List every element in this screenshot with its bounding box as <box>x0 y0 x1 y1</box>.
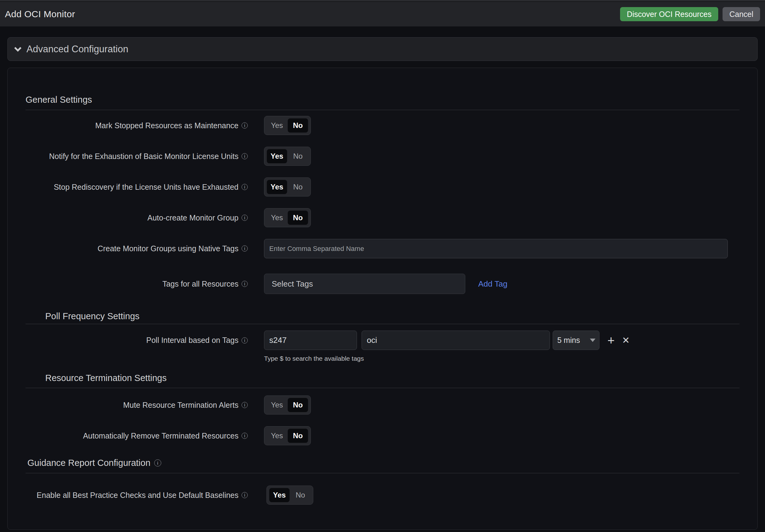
setting-label-text: Mute Resource Termination Alerts <box>123 401 239 409</box>
toggle-yes-option[interactable]: Yes <box>267 149 287 163</box>
setting-label-text: Poll Interval based on Tags <box>146 336 239 345</box>
poll-interval-select[interactable]: 5 mins <box>553 331 599 350</box>
toggle-auto-create-monitor-group[interactable]: Yes No <box>264 208 311 227</box>
setting-row-notify-exhaustion: Notify for the Exhaustion of Basic Monit… <box>26 141 739 171</box>
advanced-configuration-header[interactable]: Advanced Configuration <box>7 37 758 61</box>
toggle-no-option[interactable]: No <box>288 429 308 443</box>
setting-row-remove-terminated-resources: Automatically Remove Terminated Resource… <box>26 420 739 451</box>
setting-label: Mark Stopped Resources as Maintenance i <box>26 121 248 130</box>
setting-row-tags-for-all-resources: Tags for all Resources i Select Tags Add… <box>26 268 739 299</box>
poll-tag-key-input[interactable] <box>264 331 357 350</box>
toggle-mark-stopped-maintenance[interactable]: Yes No <box>264 116 311 135</box>
toggle-yes-option[interactable]: Yes <box>267 398 287 412</box>
section-title-text: General Settings <box>26 94 92 105</box>
select-tags-placeholder: Select Tags <box>272 279 313 289</box>
setting-label: Poll Interval based on Tags i <box>26 331 248 350</box>
setting-row-enable-best-practice-checks: Enable all Best Practice Checks and Use … <box>26 480 739 510</box>
toggle-mute-termination-alerts[interactable]: Yes No <box>264 396 311 414</box>
advanced-configuration-title: Advanced Configuration <box>26 44 128 55</box>
section-title-poll-frequency: Poll Frequency Settings <box>45 311 739 322</box>
advanced-configuration-panel: General Settings Mark Stopped Resources … <box>7 68 758 530</box>
add-tag-link[interactable]: Add Tag <box>478 279 507 289</box>
info-icon: i <box>242 153 248 159</box>
toggle-yes-option[interactable]: Yes <box>267 119 287 133</box>
toggle-no-option[interactable]: No <box>288 149 308 163</box>
chevron-down-icon <box>14 45 22 53</box>
info-icon: i <box>154 459 161 466</box>
info-icon: i <box>242 215 248 221</box>
info-icon: i <box>242 123 248 129</box>
header-actions: Discover OCI Resources Cancel <box>620 7 760 21</box>
toggle-enable-best-practice-checks[interactable]: Yes No <box>267 486 313 505</box>
setting-row-poll-interval: Poll Interval based on Tags i 5 mins + ✕… <box>26 324 739 362</box>
setting-label-text: Enable all Best Practice Checks and Use … <box>37 491 239 500</box>
info-icon: i <box>242 433 248 439</box>
info-icon: i <box>242 492 248 498</box>
select-tags-dropdown[interactable]: Select Tags <box>264 274 465 294</box>
poll-helper-text: Type $ to search the available tags <box>264 355 364 362</box>
setting-row-mark-stopped-maintenance: Mark Stopped Resources as Maintenance i … <box>26 110 739 141</box>
section-title-text: Resource Termination Settings <box>45 373 167 384</box>
setting-row-native-tags: Create Monitor Groups using Native Tags … <box>26 233 739 264</box>
caret-down-icon <box>590 339 595 342</box>
setting-label: Auto-create Monitor Group i <box>26 213 248 222</box>
setting-row-stop-rediscovery: Stop Rediscovery if the License Units ha… <box>26 171 739 202</box>
toggle-no-option[interactable]: No <box>290 488 311 502</box>
cancel-button[interactable]: Cancel <box>723 7 760 21</box>
setting-row-auto-create-monitor-group: Auto-create Monitor Group i Yes No <box>26 202 739 233</box>
page-title: Add OCI Monitor <box>5 9 75 19</box>
info-icon: i <box>242 337 248 344</box>
setting-label-text: Tags for all Resources <box>163 280 239 288</box>
setting-label: Create Monitor Groups using Native Tags … <box>26 244 248 253</box>
toggle-yes-option[interactable]: Yes <box>267 429 287 443</box>
toggle-no-option[interactable]: No <box>288 180 308 194</box>
setting-label-text: Create Monitor Groups using Native Tags <box>98 244 239 253</box>
section-title-resource-termination: Resource Termination Settings <box>45 373 739 384</box>
setting-label-text: Stop Rediscovery if the License Units ha… <box>54 183 239 191</box>
header-bar: Add OCI Monitor Discover OCI Resources C… <box>0 2 765 26</box>
setting-label-text: Mark Stopped Resources as Maintenance <box>95 121 239 130</box>
setting-label: Enable all Best Practice Checks and Use … <box>26 491 248 500</box>
toggle-no-option[interactable]: No <box>288 211 308 225</box>
section-title-text: Poll Frequency Settings <box>45 311 139 322</box>
info-icon: i <box>242 184 248 190</box>
divider <box>26 473 739 473</box>
toggle-notify-exhaustion[interactable]: Yes No <box>264 147 311 166</box>
toggle-remove-terminated-resources[interactable]: Yes No <box>264 426 311 445</box>
setting-label-text: Automatically Remove Terminated Resource… <box>83 431 239 440</box>
setting-label: Stop Rediscovery if the License Units ha… <box>26 183 248 191</box>
poll-tag-value-input[interactable] <box>362 331 550 350</box>
toggle-yes-option[interactable]: Yes <box>267 180 287 194</box>
setting-label: Tags for all Resources i <box>26 280 248 288</box>
divider <box>26 388 739 388</box>
setting-label-text: Auto-create Monitor Group <box>147 213 239 222</box>
setting-label: Automatically Remove Terminated Resource… <box>26 431 248 440</box>
info-icon: i <box>242 402 248 408</box>
toggle-no-option[interactable]: No <box>288 398 308 412</box>
section-title-text: Guidance Report Configuration <box>27 457 151 468</box>
native-tags-input[interactable] <box>264 239 728 258</box>
section-title-general-settings: General Settings <box>26 94 739 105</box>
info-icon: i <box>242 245 248 252</box>
setting-label-text: Notify for the Exhaustion of Basic Monit… <box>49 152 239 161</box>
toggle-stop-rediscovery[interactable]: Yes No <box>264 177 311 196</box>
toggle-yes-option[interactable]: Yes <box>269 488 290 502</box>
setting-row-mute-termination-alerts: Mute Resource Termination Alerts i Yes N… <box>26 390 739 420</box>
setting-label: Mute Resource Termination Alerts i <box>26 401 248 409</box>
info-icon: i <box>242 281 248 287</box>
poll-interval-value: 5 mins <box>557 336 580 345</box>
setting-label: Notify for the Exhaustion of Basic Monit… <box>26 152 248 161</box>
section-title-guidance-report: Guidance Report Configuration i <box>27 457 739 468</box>
toggle-no-option[interactable]: No <box>288 119 308 133</box>
toggle-yes-option[interactable]: Yes <box>267 211 287 225</box>
discover-oci-resources-button[interactable]: Discover OCI Resources <box>620 7 718 21</box>
